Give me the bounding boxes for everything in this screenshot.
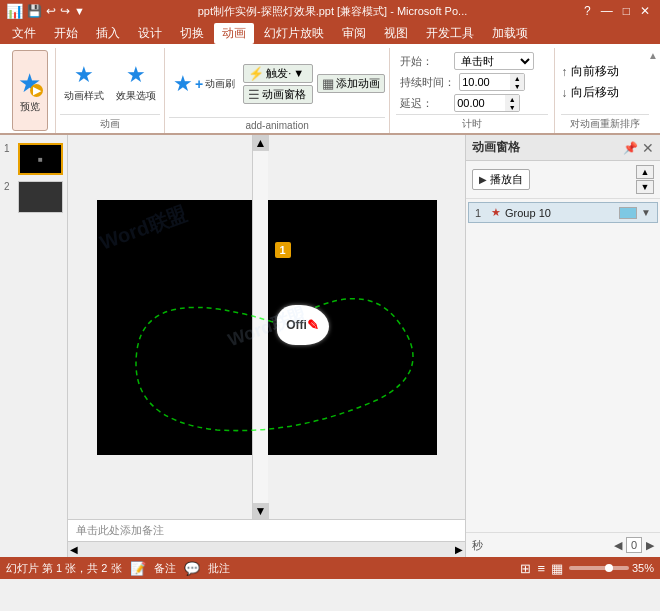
duration-down[interactable]: ▼ — [510, 82, 524, 90]
anim-pane-footer: 秒 ◀ 0 ▶ — [466, 532, 660, 557]
add-animation-label: 动画刷 — [205, 77, 235, 91]
notes-icon[interactable]: 📝 — [130, 561, 146, 576]
animation-brush-button[interactable]: ☰ 动画窗格 — [243, 85, 313, 104]
timing-group-label: 计时 — [462, 117, 482, 131]
redo-btn[interactable]: ↪ — [60, 4, 70, 18]
add-animation-button[interactable]: ★ + 动画刷 — [169, 69, 239, 99]
add-note-bar[interactable]: 单击此处添加备注 — [68, 519, 465, 541]
view-slide-icon[interactable]: ▦ — [551, 561, 563, 576]
slide-thumb-1[interactable]: 1 ■ — [4, 143, 63, 175]
window-title: ppt制作实例-探照灯效果.ppt [兼容模式] - Microsoft Po.… — [85, 4, 580, 19]
add-note-text: 单击此处添加备注 — [76, 523, 164, 538]
play-arrow-icon: ▶ — [479, 174, 487, 185]
menu-transitions[interactable]: 切换 — [172, 23, 212, 44]
ribbon-collapse-btn[interactable]: ▲ — [646, 48, 660, 63]
anim-item-dropdown-1[interactable]: ▼ — [641, 207, 651, 218]
preview-play-icon: ▶ — [30, 84, 43, 97]
anim-pane-pin-icon[interactable]: 📌 — [623, 141, 638, 155]
animation-pane-icon: ▦ — [322, 76, 334, 91]
menu-review[interactable]: 审阅 — [334, 23, 374, 44]
anim-pane-header: 动画窗格 📌 ✕ — [466, 135, 660, 161]
menu-slideshow[interactable]: 幻灯片放映 — [256, 23, 332, 44]
zoom-control: 35% — [569, 562, 654, 574]
delay-up[interactable]: ▲ — [505, 95, 519, 103]
sort-down-btn[interactable]: ▼ — [636, 180, 654, 194]
delay-input[interactable] — [455, 96, 505, 110]
preview-label: 预览 — [20, 100, 40, 114]
minimize-btn[interactable]: — — [597, 4, 617, 18]
anim-pane-close-btn[interactable]: ✕ — [642, 140, 654, 156]
slide-img-1[interactable]: ■ — [18, 143, 63, 175]
move-forward-button[interactable]: ↑ 向前移动 — [561, 63, 649, 80]
vscroll-down-btn[interactable]: ▼ — [253, 503, 269, 519]
animation-item-1[interactable]: 1 ★ Group 10 ▼ — [468, 202, 658, 223]
page-num-display: 0 — [626, 537, 642, 553]
start-label: 开始： — [400, 54, 450, 69]
menu-addins[interactable]: 加载项 — [484, 23, 536, 44]
effect-options-button[interactable]: ★ 效果选项 — [112, 60, 160, 105]
quick-save[interactable]: 💾 — [27, 4, 42, 18]
menu-file[interactable]: 文件 — [4, 23, 44, 44]
trigger-icon: ⚡ — [248, 66, 264, 81]
help-btn[interactable]: ? — [580, 4, 595, 18]
sort-up-btn[interactable]: ▲ — [636, 165, 654, 179]
menu-home[interactable]: 开始 — [46, 23, 86, 44]
slide-thumb-2[interactable]: 2 — [4, 181, 63, 213]
title-bar: 📊 💾 ↩ ↪ ▼ ppt制作实例-探照灯效果.ppt [兼容模式] - Mic… — [0, 0, 660, 22]
animation-list: 1 ★ Group 10 ▼ — [466, 199, 660, 532]
animation-pane: 动画窗格 📌 ✕ ▶ 播放自 ▲ ▼ 1 ★ Group 10 — [465, 135, 660, 557]
duration-label: 持续时间： — [400, 75, 455, 90]
comment-icon[interactable]: 💬 — [184, 561, 200, 576]
menu-insert[interactable]: 插入 — [88, 23, 128, 44]
slide-img-2[interactable] — [18, 181, 63, 213]
duration-up[interactable]: ▲ — [510, 74, 524, 82]
preview-button[interactable]: ★ ▶ 预览 — [12, 50, 48, 131]
hscroll-left-btn[interactable]: ◀ — [70, 544, 78, 555]
vscroll-up-btn[interactable]: ▲ — [253, 135, 269, 151]
adv-animation-group-label: add-animation — [245, 120, 308, 131]
animation-path — [97, 200, 437, 455]
slide-canvas[interactable]: 1 Offi✎ Word联盟 — [97, 200, 437, 455]
move-forward-label: 向前移动 — [571, 63, 619, 80]
play-label: 播放自 — [490, 172, 523, 187]
status-right: ⊞ ≡ ▦ 35% — [520, 561, 654, 576]
effect-options-label: 效果选项 — [116, 89, 156, 103]
hscroll-right-btn[interactable]: ▶ — [455, 544, 463, 555]
maximize-btn[interactable]: □ — [619, 4, 634, 18]
slide-hscroll: ◀ ▶ — [68, 541, 465, 557]
view-outline-icon[interactable]: ≡ — [537, 561, 545, 576]
view-normal-icon[interactable]: ⊞ — [520, 561, 531, 576]
animation-group-label: 动画 — [100, 117, 120, 131]
add-animation-icon: ★ — [173, 71, 193, 97]
menu-developer[interactable]: 开发工具 — [418, 23, 482, 44]
menu-design[interactable]: 设计 — [130, 23, 170, 44]
status-bar: 幻灯片 第 1 张，共 2 张 📝 备注 💬 批注 ⊞ ≡ ▦ 35% — [0, 557, 660, 579]
animation-style-button[interactable]: ★ 动画样式 — [60, 60, 108, 105]
trigger-button[interactable]: ⚡ 触发· ▼ — [243, 64, 313, 83]
undo-btn[interactable]: ↩ — [46, 4, 56, 18]
close-btn[interactable]: ✕ — [636, 4, 654, 18]
menu-animation[interactable]: 动画 — [214, 23, 254, 44]
zoom-thumb — [605, 564, 613, 572]
reorder-group-label: 对动画重新排序 — [570, 117, 640, 131]
zoom-level: 35% — [632, 562, 654, 574]
play-from-button[interactable]: ▶ 播放自 — [472, 169, 530, 190]
page-nav-next[interactable]: ▶ — [646, 539, 654, 552]
start-select[interactable]: 单击时 — [454, 52, 534, 70]
delay-down[interactable]: ▼ — [505, 103, 519, 111]
arrow-down-icon: ↓ — [561, 86, 567, 100]
page-nav-prev[interactable]: ◀ — [614, 539, 622, 552]
note-label[interactable]: 备注 — [154, 561, 176, 576]
zoom-slider[interactable] — [569, 566, 629, 570]
slide-area: Word联盟 1 Offi✎ Word联盟 ▲ ▼ — [68, 135, 465, 519]
slide-object[interactable]: Offi✎ — [277, 305, 329, 345]
anim-item-label-1: Group 10 — [505, 207, 615, 219]
title-bar-left: 📊 💾 ↩ ↪ ▼ — [6, 3, 85, 19]
menu-view[interactable]: 视图 — [376, 23, 416, 44]
customize-btn[interactable]: ▼ — [74, 5, 85, 17]
duration-input[interactable] — [460, 75, 510, 89]
animation-pane-button[interactable]: ▦ 添加动画 — [317, 74, 385, 93]
move-backward-button[interactable]: ↓ 向后移动 — [561, 84, 649, 101]
trigger-label: 触发· — [266, 66, 291, 81]
comment-label[interactable]: 批注 — [208, 561, 230, 576]
